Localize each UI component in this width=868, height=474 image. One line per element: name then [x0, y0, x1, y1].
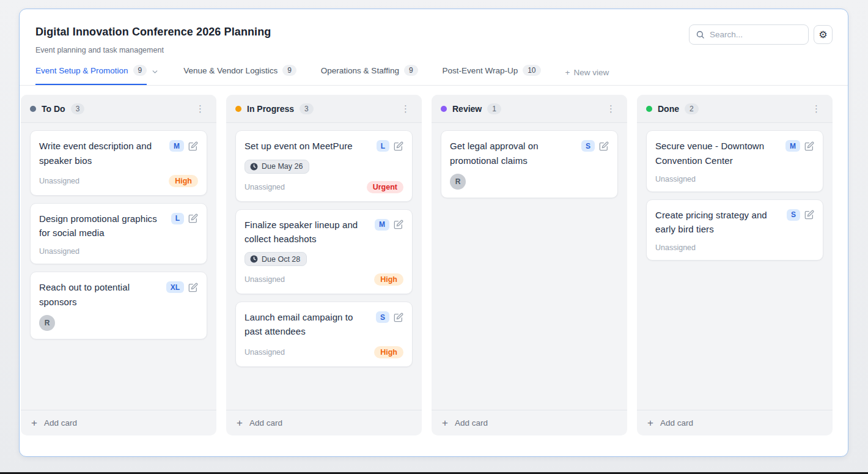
- avatar: R: [450, 174, 466, 190]
- edit-card-button[interactable]: [394, 220, 403, 229]
- plus-icon: +: [442, 418, 448, 428]
- column-name: Done: [658, 104, 679, 114]
- add-card-label: Add card: [44, 418, 77, 428]
- status-dot: [235, 106, 241, 112]
- add-card-button[interactable]: + Add card: [637, 410, 833, 435]
- edit-card-button[interactable]: [394, 141, 403, 151]
- search-box[interactable]: [689, 24, 809, 45]
- kebab-menu-icon[interactable]: ⋮: [603, 102, 619, 116]
- status-dot: [30, 106, 36, 112]
- gear-icon: ⚙: [818, 29, 827, 40]
- board-column: To Do 3 ⋮ Write event description and sp…: [21, 95, 216, 435]
- new-view-button[interactable]: + New view: [565, 68, 609, 85]
- header: Digital Innovation Conference 2026 Plann…: [20, 9, 848, 54]
- kebab-menu-icon[interactable]: ⋮: [808, 102, 825, 116]
- edit-card-button[interactable]: [804, 210, 814, 220]
- edit-card-button[interactable]: [188, 141, 198, 151]
- assignee-label: Unassigned: [245, 275, 285, 284]
- size-badge: M: [785, 140, 800, 152]
- add-card-button[interactable]: + Add card: [226, 410, 422, 435]
- assignee-label: Unassigned: [655, 243, 696, 252]
- edit-card-button[interactable]: [188, 283, 198, 292]
- board-column: Done 2 ⋮ Secure venue - Downtown Convent…: [637, 95, 833, 435]
- add-card-label: Add card: [249, 418, 282, 428]
- size-badge: S: [376, 311, 389, 323]
- view-tabs: Event Setup & Promotion 9 Venue & Vendor…: [20, 65, 848, 86]
- task-card[interactable]: Finalize speaker lineup and collect head…: [235, 209, 413, 295]
- edit-card-button[interactable]: [394, 313, 403, 322]
- task-card[interactable]: Set up event on MeetPure L Due May 26 Un…: [235, 130, 413, 201]
- size-badge: L: [377, 140, 389, 152]
- edit-icon: [804, 210, 814, 220]
- column-body: Get legal approval on promotional claims…: [432, 123, 627, 410]
- size-badge: XL: [166, 281, 184, 293]
- edit-icon: [394, 220, 403, 229]
- kebab-menu-icon[interactable]: ⋮: [192, 102, 208, 116]
- tab-count-badge: 9: [404, 65, 418, 76]
- task-card[interactable]: Create pricing strategy and early bird t…: [646, 199, 823, 261]
- header-titles: Digital Innovation Conference 2026 Plann…: [35, 26, 271, 54]
- column-count-badge: 2: [685, 103, 699, 114]
- assignee-label: Unassigned: [245, 183, 285, 191]
- kebab-menu-icon[interactable]: ⋮: [397, 102, 414, 116]
- clock-icon: [250, 163, 258, 171]
- size-badge: M: [375, 219, 389, 231]
- column-header: Review 1 ⋮: [432, 95, 627, 123]
- tab-count-badge: 9: [282, 65, 296, 76]
- priority-badge: High: [374, 346, 403, 358]
- edit-card-button[interactable]: [188, 213, 198, 223]
- add-card-button[interactable]: + Add card: [21, 410, 216, 435]
- column-name: To Do: [42, 104, 65, 114]
- plus-icon: +: [237, 418, 243, 428]
- column-count-badge: 3: [300, 103, 314, 114]
- size-badge: M: [169, 140, 184, 152]
- due-date-label: Due Oct 28: [262, 255, 300, 264]
- chevron-down-icon[interactable]: [151, 68, 159, 76]
- task-card[interactable]: Secure venue - Downtown Convention Cente…: [646, 130, 823, 192]
- add-card-label: Add card: [660, 418, 693, 428]
- column-count-badge: 3: [71, 103, 85, 114]
- plus-icon: +: [565, 68, 570, 77]
- edit-card-button[interactable]: [599, 141, 609, 151]
- card-title: Create pricing strategy and early bird t…: [655, 208, 782, 237]
- due-date-label: Due May 26: [262, 162, 303, 171]
- search-icon: [696, 30, 705, 39]
- settings-button[interactable]: ⚙: [814, 25, 833, 44]
- task-card[interactable]: Write event description and speaker bios…: [30, 130, 207, 196]
- task-card[interactable]: Get legal approval on promotional claims…: [441, 130, 618, 198]
- card-title: Finalize speaker lineup and collect head…: [245, 218, 370, 246]
- view-tab[interactable]: Event Setup & Promotion 9: [35, 65, 159, 85]
- task-card[interactable]: Launch email campaign to past attendees …: [235, 302, 413, 367]
- card-title: Design promotional graphics for social m…: [39, 212, 166, 240]
- tab-label: Event Setup & Promotion: [35, 66, 128, 75]
- column-header: To Do 3 ⋮: [21, 95, 216, 123]
- card-title: Reach out to potential sponsors: [39, 280, 161, 309]
- column-name: In Progress: [247, 104, 294, 114]
- tab-label: Operations & Staffing: [321, 66, 399, 75]
- card-title: Write event description and speaker bios: [39, 139, 164, 168]
- assignee-label: Unassigned: [39, 247, 79, 256]
- edit-icon: [599, 141, 609, 151]
- edit-icon: [188, 141, 198, 151]
- view-tab[interactable]: Operations & Staffing 9: [321, 65, 418, 85]
- edit-card-button[interactable]: [804, 141, 814, 151]
- edit-icon: [804, 141, 814, 151]
- column-body: Secure venue - Downtown Convention Cente…: [637, 123, 833, 410]
- avatar: R: [39, 315, 55, 331]
- tab-count-badge: 10: [523, 65, 540, 76]
- task-card[interactable]: Design promotional graphics for social m…: [30, 203, 207, 265]
- priority-badge: Urgent: [367, 181, 403, 193]
- view-tab[interactable]: Post-Event Wrap-Up 10: [443, 65, 541, 85]
- card-title: Get legal approval on promotional claims: [450, 139, 576, 168]
- assignee-label: Unassigned: [39, 177, 79, 185]
- status-dot: [441, 106, 447, 112]
- plus-icon: +: [647, 418, 653, 428]
- board-column: In Progress 3 ⋮ Set up event on MeetPure…: [226, 95, 422, 435]
- search-input[interactable]: [710, 30, 802, 39]
- view-tab[interactable]: Venue & Vendor Logistics 9: [183, 65, 296, 85]
- edit-icon: [188, 283, 198, 292]
- due-date-chip: Due Oct 28: [245, 252, 307, 266]
- task-card[interactable]: Reach out to potential sponsors XL R: [30, 272, 207, 339]
- column-body: Write event description and speaker bios…: [21, 123, 216, 410]
- add-card-button[interactable]: + Add card: [432, 410, 627, 435]
